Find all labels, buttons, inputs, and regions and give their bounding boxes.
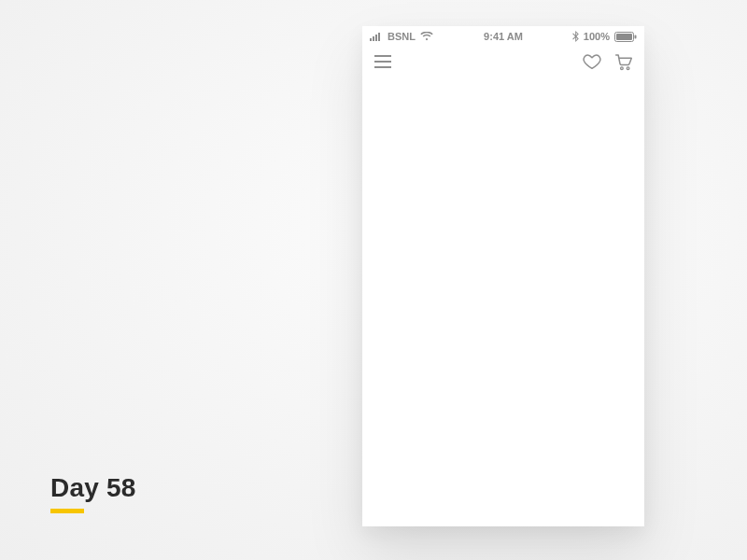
svg-rect-1 xyxy=(373,36,374,41)
svg-rect-6 xyxy=(635,35,637,38)
cart-icon xyxy=(614,53,633,75)
svg-rect-8 xyxy=(374,61,391,63)
battery-pct-label: 100% xyxy=(584,32,610,42)
day-label: Day 58 xyxy=(50,473,136,513)
status-bar-right: 100% xyxy=(572,31,637,42)
carrier-label: BSNL xyxy=(388,32,416,42)
wifi-icon xyxy=(420,32,433,41)
svg-point-11 xyxy=(627,66,629,69)
phone-body xyxy=(362,80,644,526)
svg-rect-9 xyxy=(374,66,391,68)
status-bar-left: BSNL xyxy=(370,32,433,42)
svg-rect-0 xyxy=(370,38,372,41)
svg-rect-7 xyxy=(374,55,391,57)
nav-left xyxy=(374,54,392,73)
battery-icon xyxy=(614,32,637,42)
nav-right xyxy=(583,54,633,73)
svg-rect-2 xyxy=(375,35,377,41)
clock-label: 9:41 AM xyxy=(484,31,523,42)
signal-icon xyxy=(370,32,383,41)
status-bar: BSNL 9:41 AM 100% xyxy=(362,26,644,47)
heart-icon xyxy=(583,53,601,74)
day-title: Day 58 xyxy=(50,473,136,503)
day-underline xyxy=(50,509,84,513)
svg-rect-3 xyxy=(378,33,380,41)
phone-mockup: BSNL 9:41 AM 100% xyxy=(362,26,644,526)
cart-button[interactable] xyxy=(614,54,633,73)
canvas: Day 58 BSNL xyxy=(0,0,747,560)
favorites-button[interactable] xyxy=(583,54,601,73)
svg-rect-5 xyxy=(616,34,632,40)
nav-bar xyxy=(362,47,644,80)
svg-point-10 xyxy=(621,66,624,69)
hamburger-icon xyxy=(374,55,391,72)
bluetooth-icon xyxy=(572,31,579,42)
menu-button[interactable] xyxy=(374,54,392,73)
